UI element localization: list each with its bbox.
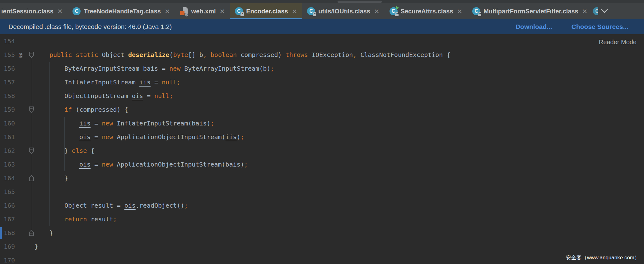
tab-strip: ientSession.class✕CTreeNodeHandleTag.cla… bbox=[0, 3, 644, 19]
tab-strip-scrollbar-thumb[interactable] bbox=[338, 1, 382, 3]
download-link[interactable]: Download... bbox=[516, 23, 552, 31]
code-text: if (compressed) { bbox=[64, 106, 128, 113]
class-icon: C bbox=[472, 7, 480, 15]
code-text: Object result = ois.readObject(); bbox=[64, 202, 188, 209]
tab-label: ientSession.class bbox=[1, 8, 54, 15]
class-icon: C bbox=[307, 7, 315, 15]
xml-file-icon: ⚙ bbox=[180, 7, 188, 15]
tab-encoder-class[interactable]: CEncoder.class✕ bbox=[230, 3, 302, 19]
fold-marker-icon[interactable] bbox=[29, 230, 34, 236]
line-number: 170 bbox=[0, 257, 15, 264]
code-text: ois = new ApplicationObjectInputStream(i… bbox=[79, 133, 244, 141]
close-icon[interactable]: ✕ bbox=[220, 8, 225, 15]
code-text: public static Object deserialize(byte[] … bbox=[49, 51, 450, 59]
tab-web-xml[interactable]: ⚙web.xml✕ bbox=[175, 3, 230, 19]
line-number: 164 bbox=[0, 174, 15, 182]
watermark: 安全客（www.anquanke.com） bbox=[566, 254, 640, 261]
choose-sources-link[interactable]: Choose Sources... bbox=[572, 23, 628, 31]
code-text: ois = new ApplicationObjectInputStream(b… bbox=[79, 161, 248, 168]
code-text: } bbox=[64, 174, 68, 182]
code-line: 154 bbox=[0, 34, 644, 48]
line-number: 168 bbox=[0, 229, 15, 237]
line-number: 163 bbox=[0, 161, 15, 168]
lock-icon bbox=[395, 14, 399, 16]
lock-icon bbox=[240, 14, 244, 16]
code-line: 162} else { bbox=[0, 144, 644, 158]
close-icon[interactable]: ✕ bbox=[292, 8, 297, 15]
fold-marker-icon[interactable] bbox=[29, 52, 34, 58]
tab-secureattrs-class[interactable]: CSecureAttrs.class✕ bbox=[385, 3, 468, 19]
tab-multipartformservletfilter-class[interactable]: CMultipartFormServletFilter.class✕ bbox=[467, 3, 592, 19]
code-line: 158ObjectInputStream ois = null; bbox=[0, 89, 644, 103]
line-number: 169 bbox=[0, 243, 15, 250]
code-line: 163ois = new ApplicationObjectInputStrea… bbox=[0, 158, 644, 171]
tab-label: web.xml bbox=[191, 8, 216, 15]
reader-mode-toggle[interactable]: Reader Mode bbox=[599, 39, 637, 46]
tab-treenodehandletag-class[interactable]: CTreeNodeHandleTag.class✕ bbox=[68, 3, 175, 19]
code-line: 166Object result = ois.readObject(); bbox=[0, 199, 644, 212]
line-number: 157 bbox=[0, 78, 15, 86]
fold-marker-icon[interactable] bbox=[29, 175, 34, 182]
code-text: } bbox=[35, 243, 38, 250]
fold-marker-icon[interactable] bbox=[29, 106, 34, 113]
code-line: 159if (compressed) { bbox=[0, 103, 644, 116]
tab-strip-overflow: C bbox=[593, 3, 611, 19]
code-text: return result; bbox=[64, 215, 117, 223]
fold-marker-icon[interactable] bbox=[29, 148, 34, 154]
line-number: 167 bbox=[0, 215, 15, 223]
line-number: 160 bbox=[0, 120, 15, 127]
class-icon: C bbox=[390, 7, 398, 15]
code-line: 161ois = new ApplicationObjectInputStrea… bbox=[0, 130, 644, 144]
code-text: } bbox=[49, 229, 53, 237]
close-icon[interactable]: ✕ bbox=[165, 8, 170, 15]
tab-label: Encoder.class bbox=[246, 8, 288, 15]
close-icon[interactable]: ✕ bbox=[582, 8, 588, 15]
code-text: } else { bbox=[64, 147, 94, 154]
close-icon[interactable]: ✕ bbox=[57, 8, 63, 15]
code-line: 165 bbox=[0, 185, 644, 199]
class-icon: C bbox=[593, 7, 598, 15]
code-line: 164} bbox=[0, 171, 644, 185]
code-text: iis = new InflaterInputStream(bais); bbox=[79, 120, 214, 127]
decompiler-banner: Decompiled .class file, bytecode version… bbox=[0, 19, 644, 34]
close-icon[interactable]: ✕ bbox=[374, 8, 380, 15]
line-number: 162 bbox=[0, 147, 15, 154]
line-number: 158 bbox=[0, 92, 15, 100]
line-number: 154 bbox=[0, 37, 15, 45]
line-number: 165 bbox=[0, 188, 15, 196]
code-text: ObjectInputStream ois = null; bbox=[64, 92, 173, 100]
code-lines: 154155@public static Object deserialize(… bbox=[0, 34, 644, 264]
line-number: 161 bbox=[0, 133, 15, 141]
code-line: 169} bbox=[0, 240, 644, 253]
class-icon: C bbox=[235, 7, 243, 15]
code-line: 167return result; bbox=[0, 212, 644, 226]
code-line: 157InflaterInputStream iis = null; bbox=[0, 75, 644, 89]
code-line: 160iis = new InflaterInputStream(bais); bbox=[0, 116, 644, 130]
tab-label: SecureAttrs.class bbox=[401, 8, 453, 15]
class-icon: C bbox=[593, 7, 598, 15]
line-number: 155 bbox=[0, 51, 15, 59]
lock-icon bbox=[478, 14, 481, 16]
code-text: InflaterInputStream iis = null; bbox=[64, 78, 180, 86]
banner-message: Decompiled .class file, bytecode version… bbox=[8, 23, 172, 31]
chevron-down-icon bbox=[601, 9, 608, 14]
code-line: 155@public static Object deserialize(byt… bbox=[0, 48, 644, 62]
code-text: ByteArrayInputStream bais = new ByteArra… bbox=[64, 65, 274, 72]
banner-actions: Download... Choose Sources... bbox=[516, 23, 644, 31]
window-top-strip bbox=[0, 0, 644, 3]
code-line: 170 bbox=[0, 253, 644, 264]
annotation-icon: @ bbox=[19, 51, 22, 59]
lock-icon bbox=[313, 14, 316, 16]
code-line: 168} bbox=[0, 226, 644, 240]
tab-utils-ioutils-class[interactable]: Cutils/IOUtils.class✕ bbox=[302, 3, 384, 19]
close-icon[interactable]: ✕ bbox=[457, 8, 463, 15]
tab-label: MultipartFormServletFilter.class bbox=[483, 8, 578, 15]
tab-label: TreeNodeHandleTag.class bbox=[84, 8, 161, 15]
code-editor: Reader Mode 154155@public static Object … bbox=[0, 34, 644, 264]
line-number: 159 bbox=[0, 106, 15, 113]
line-number: 166 bbox=[0, 202, 15, 209]
run-arrow-icon bbox=[396, 6, 399, 10]
tab-list-dropdown[interactable] bbox=[601, 9, 611, 14]
class-icon: C bbox=[72, 7, 81, 15]
tab-ientsession-class[interactable]: ientSession.class✕ bbox=[0, 3, 68, 19]
